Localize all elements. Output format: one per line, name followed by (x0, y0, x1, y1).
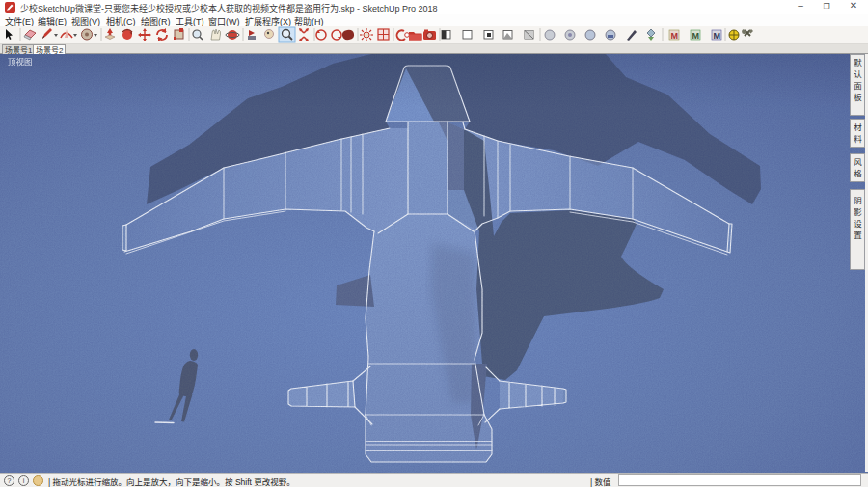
svg-text:M: M (692, 31, 700, 41)
svg-text:M: M (671, 31, 679, 41)
svg-text:顶视图: 顶视图 (8, 57, 33, 67)
svg-text:M: M (714, 31, 721, 41)
